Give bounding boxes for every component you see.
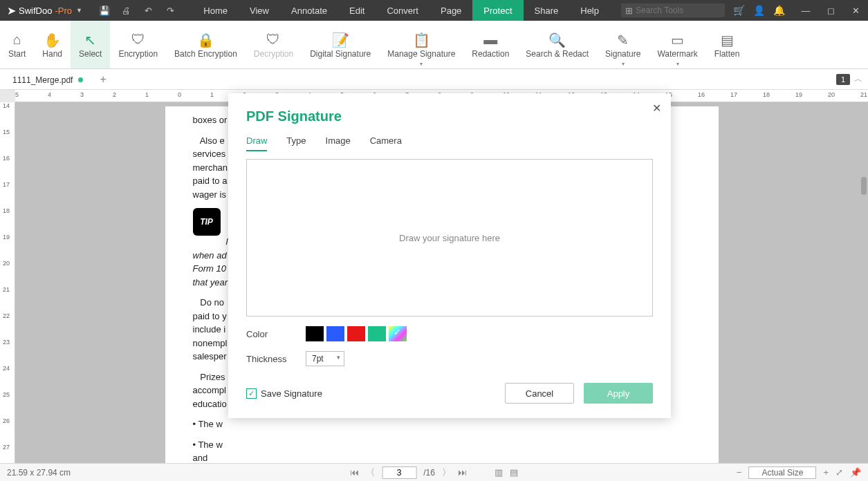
menu-annotate[interactable]: Annotate — [280, 0, 338, 21]
manage-sig-icon: 📋 — [413, 31, 430, 49]
page-navigation: ⏮ 〈 /16 〉 ⏭ ▥ ▤ — [350, 466, 518, 479]
ribbon-watermark[interactable]: ▭Watermark▾ — [649, 21, 705, 68]
last-page-icon[interactable]: ⏭ — [458, 467, 467, 478]
save-signature-checkbox[interactable]: ✓ — [246, 388, 257, 399]
color-red[interactable] — [347, 326, 365, 341]
signature-tabs: Draw Type Image Camera — [246, 135, 653, 152]
ribbon-start[interactable]: ⌂Start — [0, 21, 34, 68]
view-mode-1-icon[interactable]: ▥ — [495, 467, 503, 478]
ribbon-encryption[interactable]: 🛡Encryption — [110, 21, 166, 68]
first-page-icon[interactable]: ⏮ — [350, 467, 359, 478]
fit-width-icon[interactable]: ⤢ — [835, 467, 843, 478]
scrollbar-thumb[interactable] — [861, 177, 867, 195]
page-dimensions: 21.59 x 27.94 cm — [7, 468, 71, 478]
chevron-down-icon: ▾ — [420, 61, 423, 67]
thickness-select[interactable]: 7pt — [306, 351, 344, 366]
print-icon[interactable]: 🖨 — [118, 6, 135, 16]
ribbon-manage-signature[interactable]: 📋Manage Signature▾ — [379, 21, 463, 68]
doc-text: • The wand — [193, 438, 691, 464]
menu-home[interactable]: Home — [192, 0, 239, 21]
lock-icon: 🔒 — [197, 31, 214, 49]
app-title[interactable]: ➤ SwifDoo-Pro ▼ — [0, 4, 89, 17]
view-mode-2-icon[interactable]: ▤ — [510, 467, 518, 478]
menu-help[interactable]: Help — [569, 0, 610, 21]
digital-sig-icon: 📝 — [332, 31, 349, 49]
apply-button[interactable]: Apply — [584, 383, 653, 404]
current-page-input[interactable] — [382, 466, 416, 479]
ribbon-flatten[interactable]: ▤Flatten — [706, 21, 748, 68]
doc-text: • The w — [193, 417, 691, 431]
ruler-vertical: 1415161718192021222324252627 — [0, 102, 15, 463]
zoom-level[interactable]: Actual Size — [748, 466, 816, 479]
color-black[interactable] — [306, 326, 324, 341]
ribbon-redaction[interactable]: ▬Redaction — [463, 21, 517, 68]
menu-edit[interactable]: Edit — [338, 0, 376, 21]
color-picker[interactable] — [389, 326, 407, 341]
menu-page[interactable]: Page — [430, 0, 472, 21]
thickness-label: Thickness — [246, 354, 296, 364]
close-icon[interactable]: ✕ — [652, 102, 661, 115]
bell-icon[interactable]: 🔔 — [773, 5, 785, 16]
pin-icon[interactable]: 📌 — [850, 467, 861, 478]
tab-draw[interactable]: Draw — [246, 135, 267, 151]
new-tab-button[interactable]: + — [100, 73, 106, 86]
zoom-in-icon[interactable]: + — [823, 467, 829, 478]
ribbon-search-redact[interactable]: 🔍Search & Redact — [517, 21, 597, 68]
ribbon-toolbar: ⌂Start ✋Hand ↖Select 🛡Encryption 🔒Batch … — [0, 21, 868, 69]
tab-image[interactable]: Image — [326, 135, 351, 151]
user-icon[interactable]: 👤 — [753, 5, 765, 16]
color-green[interactable] — [368, 326, 386, 341]
save-icon[interactable]: 💾 — [96, 6, 113, 16]
app-dropdown-icon[interactable]: ▼ — [76, 7, 82, 14]
app-name-2: -Pro — [55, 6, 72, 16]
ribbon-decryption: 🛡Decryption — [246, 21, 302, 68]
undo-icon[interactable]: ↶ — [140, 6, 157, 16]
tab-title: 1111_Merge.pdf — [12, 75, 73, 85]
document-tabs: 1111_Merge.pdf + 1 ︿ — [0, 69, 868, 90]
document-tab[interactable]: 1111_Merge.pdf — [4, 69, 91, 89]
ribbon-batch-encryption[interactable]: 🔒Batch Encryption — [166, 21, 246, 68]
flatten-icon: ▤ — [721, 31, 734, 49]
cursor-icon: ↖ — [84, 31, 96, 49]
tab-camera[interactable]: Camera — [370, 135, 402, 151]
shield-icon: 🛡 — [131, 31, 145, 49]
unsaved-dot-icon — [78, 77, 83, 82]
home-icon: ⌂ — [13, 31, 21, 49]
redo-icon[interactable]: ↷ — [163, 6, 179, 16]
search-input[interactable] — [636, 6, 712, 15]
redaction-icon: ▬ — [483, 31, 497, 49]
search-redact-icon: 🔍 — [548, 31, 566, 49]
close-window-icon[interactable]: ✕ — [843, 6, 868, 16]
menu-view[interactable]: View — [239, 0, 280, 21]
ribbon-hand[interactable]: ✋Hand — [34, 21, 71, 68]
ribbon-signature[interactable]: ✎Signature▾ — [597, 21, 649, 68]
zoom-out-icon[interactable]: − — [737, 467, 742, 478]
chevron-down-icon: ▾ — [676, 61, 679, 67]
color-label: Color — [246, 329, 296, 339]
total-pages: /16 — [423, 468, 435, 478]
cancel-button[interactable]: Cancel — [505, 383, 574, 404]
ribbon-select[interactable]: ↖Select — [71, 21, 110, 68]
signature-canvas[interactable]: Draw your signature here — [246, 159, 653, 317]
pdf-signature-dialog: ✕ PDF Signature Draw Type Image Camera D… — [228, 93, 671, 418]
cart-icon[interactable]: 🛒 — [733, 5, 745, 16]
app-logo-icon: ➤ — [7, 4, 16, 17]
search-tools[interactable]: ⊞ — [621, 3, 725, 17]
color-swatches — [306, 326, 407, 341]
search-grid-icon: ⊞ — [625, 6, 633, 16]
tip-icon: TIP — [193, 208, 221, 236]
color-blue[interactable] — [326, 326, 344, 341]
prev-page-icon[interactable]: 〈 — [366, 466, 375, 479]
menu-share[interactable]: Share — [524, 0, 570, 21]
unlock-icon: 🛡 — [266, 31, 280, 49]
hand-icon: ✋ — [44, 31, 61, 49]
tab-type[interactable]: Type — [286, 135, 306, 151]
next-page-icon[interactable]: 〉 — [442, 466, 451, 479]
ribbon-digital-signature[interactable]: 📝Digital Signature — [302, 21, 379, 68]
chevron-up-icon[interactable]: ︿ — [854, 73, 862, 85]
maximize-icon[interactable]: ◻ — [818, 6, 843, 16]
chevron-down-icon: ▾ — [622, 61, 625, 67]
minimize-icon[interactable]: — — [793, 6, 818, 16]
menu-convert[interactable]: Convert — [376, 0, 430, 21]
menu-protect[interactable]: Protect — [472, 0, 523, 21]
